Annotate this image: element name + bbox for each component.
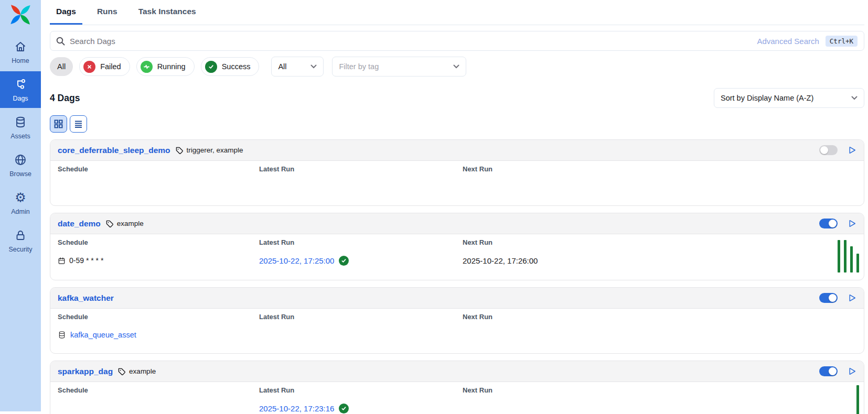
column-latest-run: Latest Run	[259, 313, 463, 321]
airflow-app: Home Dags A	[0, 0, 868, 414]
search-dags-input[interactable]: Search Dags Advanced Search Ctrl+K	[50, 31, 864, 51]
run-duration-bar[interactable]	[844, 240, 846, 273]
sidebar-item-security[interactable]: Security	[0, 222, 41, 259]
table-view-button[interactable]	[70, 115, 87, 133]
airflow-logo[interactable]	[8, 3, 33, 27]
dag-tags: example	[117, 367, 156, 376]
filter-row: All Failed Running Success	[50, 57, 864, 77]
trigger-dag-button[interactable]	[848, 367, 856, 376]
advanced-search-link[interactable]: Advanced Search	[757, 37, 819, 46]
sidebar-item-home[interactable]: Home	[0, 34, 41, 70]
toggle-knob	[829, 367, 837, 375]
sidebar-item-label: Dags	[13, 95, 28, 102]
toggle-knob	[820, 146, 828, 154]
database-icon	[58, 331, 66, 339]
tab-dags[interactable]: Dags	[50, 0, 82, 25]
column-next-run: Next Run	[463, 386, 856, 394]
dag-card-body: Schedule Latest Run Next Run	[50, 161, 864, 205]
lock-icon	[14, 228, 27, 242]
sidebar: Home Dags A	[0, 0, 41, 411]
tag-filter-select[interactable]: Filter by tag	[332, 57, 466, 77]
chevron-down-icon	[310, 64, 317, 69]
play-icon	[848, 219, 856, 228]
dag-name-link[interactable]: date_demo	[58, 219, 101, 228]
latest-run-link[interactable]: 2025-10-22, 17:23:16	[259, 404, 334, 413]
latest-run-link[interactable]: 2025-10-22, 17:25:00	[259, 256, 334, 265]
sidebar-item-label: Home	[12, 57, 29, 64]
schedule-value: 0-59 * * * *	[58, 256, 103, 265]
state-filter-select[interactable]: All	[271, 57, 324, 77]
column-schedule: Schedule	[58, 165, 259, 173]
asset-schedule-link[interactable]: kafka_queue_asset	[58, 331, 136, 339]
dag-card: sparkapp_dag example Schedule	[50, 361, 864, 414]
trigger-dag-button[interactable]	[848, 219, 856, 228]
sidebar-item-assets[interactable]: Assets	[0, 109, 41, 146]
dag-card-body: Schedule 0-59 * * * * Latest Run	[50, 234, 864, 280]
sidebar-item-label: Assets	[10, 133, 30, 140]
column-latest-run: Latest Run	[259, 386, 463, 394]
toggle-knob	[829, 220, 837, 227]
tab-task-instances[interactable]: Task Instances	[132, 0, 202, 25]
gear-icon: ⚙	[14, 191, 27, 204]
calendar-icon	[58, 257, 66, 265]
tag-icon	[175, 146, 184, 155]
column-latest-run: Latest Run	[259, 238, 463, 246]
column-latest-run: Latest Run	[259, 165, 463, 173]
failed-icon	[83, 61, 95, 73]
run-duration-bar[interactable]	[856, 254, 859, 273]
column-next-run: Next Run	[463, 238, 856, 246]
filter-chip-all[interactable]: All	[50, 57, 73, 76]
column-schedule: Schedule	[58, 238, 259, 246]
dag-branch-icon	[14, 78, 27, 91]
dag-name-link[interactable]: sparkapp_dag	[58, 367, 113, 376]
run-duration-bar[interactable]	[856, 385, 859, 414]
column-schedule: Schedule	[58, 313, 259, 321]
dag-card-header: kafka_watcher	[50, 288, 864, 309]
running-icon	[141, 61, 153, 73]
dag-pause-toggle[interactable]	[819, 145, 838, 155]
chevron-down-icon	[453, 64, 459, 69]
sidebar-item-label: Admin	[11, 208, 29, 215]
view-toggles	[50, 115, 864, 133]
shortcut-badge: Ctrl+K	[826, 36, 858, 47]
card-view-button[interactable]	[50, 115, 67, 133]
list-header: 4 Dags Sort by Display Name (A-Z)	[50, 88, 864, 108]
sidebar-item-browse[interactable]: Browse	[0, 147, 41, 183]
dag-pause-toggle[interactable]	[819, 219, 838, 228]
trigger-dag-button[interactable]	[848, 293, 856, 302]
sidebar-item-admin[interactable]: ⚙ Admin	[0, 184, 41, 221]
trigger-dag-button[interactable]	[848, 146, 856, 155]
main-content: Dags Runs Task Instances Search Dags Adv…	[41, 0, 868, 414]
list-icon	[74, 119, 83, 128]
tag-icon	[117, 367, 126, 376]
dag-name-link[interactable]: core_deferrable_sleep_demo	[58, 146, 170, 155]
dag-card: kafka_watcher Schedule	[50, 287, 864, 354]
run-duration-bar[interactable]	[850, 246, 853, 273]
run-duration-bar[interactable]	[838, 240, 840, 273]
sidebar-item-label: Security	[8, 246, 32, 253]
column-schedule: Schedule	[58, 386, 259, 394]
filter-chip-running[interactable]: Running	[136, 57, 195, 76]
dag-card-header: date_demo example	[50, 213, 864, 234]
tab-runs[interactable]: Runs	[91, 0, 124, 25]
sidebar-nav: Home Dags A	[0, 34, 41, 259]
chevron-down-icon	[851, 96, 858, 100]
sort-select[interactable]: Sort by Display Name (A-Z)	[714, 88, 864, 108]
dag-count: 4 Dags	[50, 93, 80, 104]
dag-card: core_deferrable_sleep_demo triggerer, ex…	[50, 139, 864, 206]
sidebar-item-label: Browse	[9, 170, 31, 178]
dag-card-body: Schedule kafka_queue_asset	[50, 309, 864, 353]
filter-chip-failed[interactable]: Failed	[79, 57, 130, 76]
dag-pause-toggle[interactable]	[819, 293, 838, 303]
filter-chip-success[interactable]: Success	[201, 57, 260, 76]
globe-icon	[14, 153, 27, 167]
top-tabs: Dags Runs Task Instances	[50, 0, 864, 25]
dag-tags: example	[105, 220, 144, 228]
dag-name-link[interactable]: kafka_watcher	[58, 293, 114, 303]
success-icon	[205, 61, 217, 73]
dag-pause-toggle[interactable]	[819, 366, 838, 376]
column-next-run: Next Run	[463, 313, 856, 321]
dag-card-header: core_deferrable_sleep_demo triggerer, ex…	[50, 140, 864, 161]
sidebar-item-dags[interactable]: Dags	[0, 71, 41, 108]
dag-card-header: sparkapp_dag example	[50, 361, 864, 382]
